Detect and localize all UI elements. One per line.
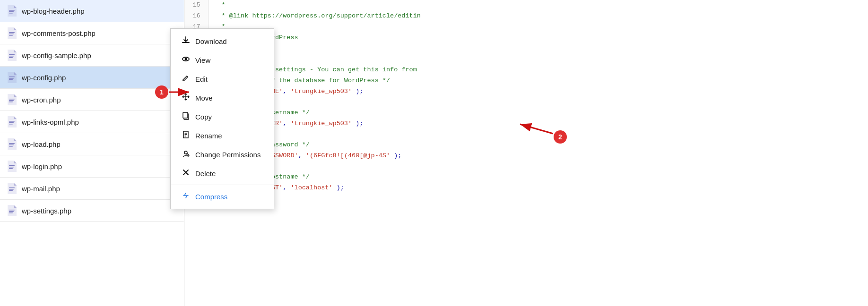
svg-rect-16 — [9, 122, 14, 123]
svg-rect-26 — [9, 190, 13, 191]
file-icon — [7, 27, 17, 39]
svg-rect-1 — [9, 11, 14, 12]
download-icon — [181, 36, 191, 46]
code-row: 30 — [184, 162, 868, 172]
permissions-icon — [181, 149, 191, 160]
svg-rect-12 — [9, 99, 15, 100]
file-item[interactable]: wp-load.php — [0, 133, 184, 155]
code-content: * — [208, 0, 868, 11]
context-menu-item-download[interactable]: Download — [171, 32, 274, 51]
svg-rect-0 — [9, 10, 15, 11]
code-content — [208, 194, 868, 204]
file-item[interactable]: wp-mail.php — [0, 178, 184, 200]
compress-icon — [181, 191, 191, 202]
permissions-label: Change Permissions — [195, 151, 260, 159]
code-content: // ** Database settings - You can get th… — [208, 65, 868, 76]
file-item[interactable]: wp-cron.php — [0, 89, 184, 111]
svg-rect-29 — [9, 212, 13, 213]
svg-rect-27 — [9, 210, 15, 211]
file-icon — [7, 138, 17, 150]
file-name: wp-config.php — [22, 74, 66, 82]
code-row: 15 * — [184, 0, 868, 11]
code-content: /** Database username */ — [208, 108, 868, 119]
code-row: 16 * @link https://wordpress.org/support… — [184, 11, 868, 22]
file-name: wp-load.php — [22, 140, 61, 148]
code-content: */ — [208, 43, 868, 54]
context-menu-item-view[interactable]: View — [171, 51, 274, 69]
move-icon — [181, 93, 191, 103]
code-row: 22/** The name of the database for WordP… — [184, 76, 868, 86]
svg-rect-21 — [9, 165, 15, 166]
file-icon — [7, 49, 17, 61]
code-row: 19 */ — [184, 43, 868, 54]
svg-rect-19 — [9, 144, 14, 145]
context-menu-item-delete[interactable]: Delete — [171, 164, 274, 183]
svg-rect-18 — [9, 143, 15, 144]
delete-label: Delete — [195, 170, 216, 178]
svg-rect-9 — [9, 76, 15, 77]
code-row: 26define( 'DB_USER', 'trungkie_wp503' ); — [184, 119, 868, 129]
context-menu-item-compress[interactable]: Compress — [171, 187, 274, 206]
file-item[interactable]: wp-settings.php — [0, 200, 184, 222]
context-menu-item-copy[interactable]: Copy — [171, 107, 274, 126]
context-menu-item-permissions[interactable]: Change Permissions — [171, 145, 274, 164]
svg-rect-14 — [9, 102, 13, 102]
edit-label: Edit — [195, 75, 208, 83]
file-item[interactable]: wp-config.php — [0, 67, 184, 89]
file-name: wp-comments-post.php — [22, 29, 95, 37]
file-item[interactable]: wp-comments-post.php — [0, 22, 184, 44]
file-item[interactable]: wp-blog-header.php — [0, 0, 184, 22]
svg-rect-3 — [9, 32, 15, 33]
code-row: 20 — [184, 54, 868, 65]
svg-rect-25 — [9, 189, 14, 190]
file-name: wp-settings.php — [22, 207, 71, 215]
code-content: * @link https://wordpress.org/support/ar… — [208, 11, 868, 22]
svg-rect-7 — [9, 56, 14, 57]
svg-rect-11 — [9, 79, 13, 80]
rename-icon — [181, 130, 191, 141]
file-icon — [7, 5, 17, 17]
code-row: 31/** Database hostname */ — [184, 172, 868, 183]
file-name: wp-cron.php — [22, 96, 61, 104]
file-icon — [7, 116, 17, 128]
file-icon — [7, 94, 17, 106]
svg-rect-28 — [9, 211, 14, 212]
file-icon — [7, 160, 17, 172]
code-content: define( 'DB_NAME', 'trungkie_wp503' ); — [208, 86, 868, 97]
code-row: 32define( 'DB_HOST', 'localhost' ); — [184, 183, 868, 194]
view-label: View — [195, 56, 210, 64]
code-row: 23define( 'DB_NAME', 'trungkie_wp503' ); — [184, 86, 868, 97]
svg-rect-33 — [183, 112, 188, 118]
context-menu-item-edit[interactable]: Edit — [171, 69, 274, 88]
context-menu-item-move[interactable]: Move — [171, 88, 274, 107]
compress-label: Compress — [195, 193, 227, 201]
code-content: * @package WordPress — [208, 33, 868, 43]
file-list-panel: wp-blog-header.php wp-comments-post.php … — [0, 0, 184, 306]
svg-rect-10 — [9, 78, 14, 79]
code-content: define( 'DB_USER', 'trungkie_wp503' ); — [208, 119, 868, 129]
view-icon — [181, 55, 191, 65]
file-item[interactable]: wp-links-opml.php — [0, 111, 184, 133]
file-item[interactable]: wp-config-sample.php — [0, 44, 184, 67]
code-content: /** The name of the database for WordPre… — [208, 76, 868, 86]
file-item[interactable]: wp-login.php — [0, 155, 184, 178]
delete-icon — [181, 168, 191, 178]
file-name: wp-blog-header.php — [22, 7, 85, 15]
code-row: 25/** Database username */ — [184, 108, 868, 119]
file-name: wp-mail.php — [22, 185, 60, 193]
svg-rect-15 — [9, 121, 15, 122]
download-label: Download — [195, 37, 227, 45]
code-content: /** Database password */ — [208, 140, 868, 151]
context-menu-item-rename[interactable]: Rename — [171, 126, 274, 145]
line-number: 15 — [184, 0, 208, 11]
svg-rect-22 — [9, 167, 14, 168]
code-row: 24 — [184, 97, 868, 108]
context-menu-divider — [171, 185, 274, 185]
code-content: define( 'DB_PASSWORD', '(6FGfc8![(460[@j… — [208, 151, 868, 162]
edit-icon — [181, 74, 191, 84]
svg-rect-8 — [9, 57, 13, 58]
svg-rect-6 — [9, 54, 15, 55]
file-icon — [7, 71, 17, 84]
svg-rect-17 — [9, 124, 13, 125]
code-content — [208, 162, 868, 172]
